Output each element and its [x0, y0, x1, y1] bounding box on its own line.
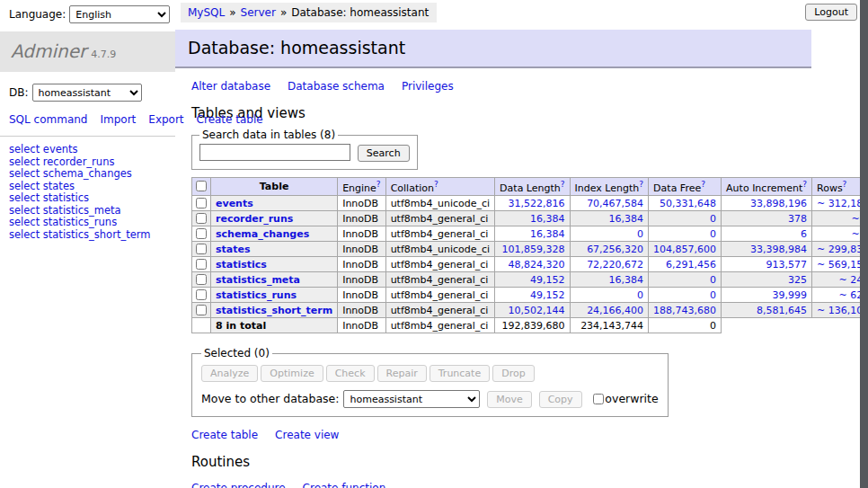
vertical-scrollbar[interactable] — [860, 0, 868, 488]
column-help-link[interactable]: ? — [701, 180, 705, 189]
sidebar-item-statistics[interactable]: select statistics — [9, 192, 175, 205]
alter-database-link[interactable]: Alter database — [191, 80, 270, 93]
index-length-link[interactable]: 0 — [637, 228, 643, 240]
index-length-link[interactable]: 70,467,584 — [587, 198, 643, 209]
sidebar-action-import[interactable]: Import — [100, 113, 136, 126]
move-button[interactable]: Move — [487, 391, 532, 408]
data-free-link[interactable]: 6,291,456 — [666, 259, 716, 271]
data-length-link[interactable]: 31,522,816 — [509, 198, 565, 209]
create-table-link[interactable]: Create table — [191, 429, 258, 441]
row-checkbox[interactable] — [196, 198, 207, 209]
copy-button[interactable]: Copy — [539, 391, 582, 408]
sidebar-item-statistics-meta[interactable]: select statistics_meta — [9, 205, 175, 217]
overwrite-checkbox[interactable] — [593, 394, 604, 404]
auto-increment-link[interactable]: 33,898,196 — [750, 198, 807, 209]
auto-increment-link[interactable]: 39,999 — [773, 289, 808, 301]
row-checkbox[interactable] — [196, 305, 207, 315]
selected-fieldset: Selected (0) AnalyzeOptimizeCheckRepairT… — [191, 347, 669, 417]
data-free-link[interactable]: 50,331,648 — [660, 198, 716, 209]
index-length-link[interactable]: 16,384 — [609, 213, 644, 225]
index-length-link[interactable]: 0 — [637, 289, 643, 301]
row-checkbox[interactable] — [196, 244, 207, 254]
auto-increment-link[interactable]: 6 — [801, 228, 807, 240]
check-button[interactable]: Check — [326, 365, 375, 382]
data-length-link[interactable]: 49,152 — [530, 274, 565, 286]
column-header-label: Engine — [342, 182, 376, 194]
row-checkbox[interactable] — [196, 274, 207, 285]
table-name-link[interactable]: recorder_runs — [216, 213, 293, 225]
logout-button[interactable]: Logout — [805, 4, 857, 21]
search-input[interactable] — [199, 144, 350, 161]
data-free-cell: 104,857,600 — [649, 242, 722, 257]
sidebar-item-statistics-runs[interactable]: select statistics_runs — [9, 217, 175, 229]
row-checkbox[interactable] — [196, 289, 207, 300]
table-name-link[interactable]: statistics — [216, 259, 267, 271]
auto-increment-link[interactable]: 33,398,984 — [750, 244, 807, 255]
move-database-select[interactable]: homeassistant — [343, 390, 480, 408]
sidebar-action-create-table[interactable]: Create table — [197, 113, 263, 126]
sidebar-action-export[interactable]: Export — [148, 113, 183, 126]
data-free-link[interactable]: 0 — [710, 289, 716, 301]
data-length-link[interactable]: 16,384 — [530, 213, 565, 225]
column-help-link[interactable]: ? — [561, 180, 565, 189]
auto-increment-link[interactable]: 378 — [788, 213, 807, 225]
sidebar-item-recorder-runs[interactable]: select recorder_runs — [9, 156, 175, 169]
row-checkbox[interactable] — [196, 259, 207, 270]
table-name-link[interactable]: statistics_meta — [216, 274, 300, 286]
breadcrumb-item-server[interactable]: Server — [241, 6, 276, 19]
data-length-link[interactable]: 10,502,144 — [509, 305, 565, 316]
index-length-link[interactable]: 72,220,672 — [587, 259, 643, 271]
row-checkbox[interactable] — [196, 228, 207, 239]
language-select[interactable]: English — [69, 5, 170, 23]
data-length-link[interactable]: 16,384 — [530, 228, 565, 240]
select-all-checkbox[interactable] — [196, 181, 207, 191]
table-name-link[interactable]: statistics_runs — [216, 289, 297, 301]
auto-increment-link[interactable]: 8,581,645 — [757, 305, 807, 316]
index-length-link[interactable]: 16,384 — [609, 274, 644, 286]
column-header-label: Collation — [391, 182, 434, 194]
data-free-link[interactable]: 0 — [710, 228, 716, 240]
sidebar-item-events[interactable]: select events — [9, 144, 175, 156]
sidebar-item-states[interactable]: select states — [9, 181, 175, 193]
auto-increment-link[interactable]: 913,577 — [766, 259, 808, 271]
search-button[interactable]: Search — [358, 145, 410, 162]
column-header-table: Table — [211, 177, 338, 196]
repair-button[interactable]: Repair — [377, 365, 427, 382]
logout-wrap: Logout — [805, 4, 857, 21]
column-help-link[interactable]: ? — [843, 180, 847, 189]
data-length-link[interactable]: 48,824,320 — [509, 259, 565, 271]
table-name-link[interactable]: statistics_short_term — [216, 305, 332, 316]
create-view-link[interactable]: Create view — [275, 429, 339, 441]
column-help-link[interactable]: ? — [639, 180, 643, 189]
help-sup: ? — [802, 179, 807, 189]
sidebar-item-statistics-short-term[interactable]: select statistics_short_term — [9, 229, 175, 242]
table-name-link[interactable]: schema_changes — [216, 228, 309, 240]
create-procedure-link[interactable]: Create procedure — [191, 482, 286, 488]
column-help-link[interactable]: ? — [376, 180, 381, 189]
data-free-link[interactable]: 104,857,600 — [653, 244, 716, 255]
optimize-button[interactable]: Optimize — [261, 365, 323, 382]
data-free-link[interactable]: 0 — [710, 274, 716, 286]
privileges-link[interactable]: Privileges — [402, 80, 454, 93]
create-function-link[interactable]: Create function — [303, 482, 386, 488]
index-length-link[interactable]: 67,256,320 — [587, 244, 643, 255]
sidebar-action-sql-command[interactable]: SQL command — [9, 113, 87, 126]
analyze-button[interactable]: Analyze — [201, 365, 258, 382]
drop-button[interactable]: Drop — [492, 365, 534, 382]
table-name-link[interactable]: events — [216, 198, 253, 209]
index-length-link[interactable]: 24,166,400 — [587, 305, 643, 316]
sidebar-item-schema-changes[interactable]: select schema_changes — [9, 168, 175, 181]
auto-increment-link[interactable]: 325 — [788, 274, 807, 286]
column-help-link[interactable]: ? — [434, 180, 438, 189]
truncate-button[interactable]: Truncate — [430, 365, 490, 382]
breadcrumb-item-mysql[interactable]: MySQL — [188, 6, 225, 19]
column-help-link[interactable]: ? — [802, 180, 807, 189]
data-length-link[interactable]: 101,859,328 — [502, 244, 565, 255]
data-free-link[interactable]: 0 — [710, 213, 716, 225]
db-select[interactable]: homeassistant — [32, 84, 142, 102]
data-free-link[interactable]: 188,743,680 — [653, 305, 716, 316]
row-checkbox[interactable] — [196, 213, 207, 224]
data-length-link[interactable]: 49,152 — [530, 289, 565, 301]
database-schema-link[interactable]: Database schema — [288, 80, 385, 93]
table-name-link[interactable]: states — [216, 244, 251, 255]
